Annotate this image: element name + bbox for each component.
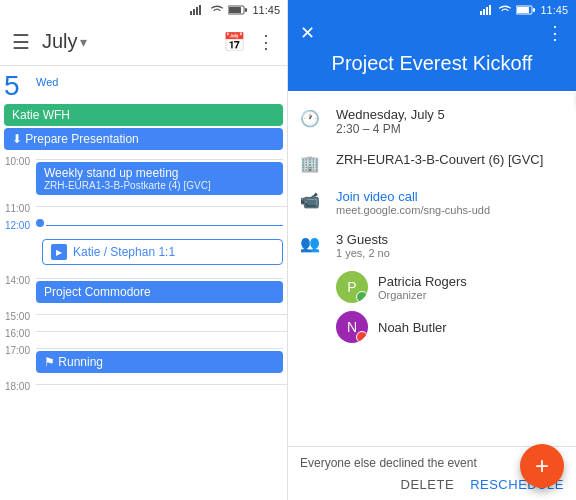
time-label-12: 12:00 [0, 218, 36, 231]
video-call-row: 📹 Join video call meet.google.com/sng-cu… [288, 181, 576, 224]
day-of-week: Wed [36, 76, 58, 88]
guests-content: 3 Guests 1 yes, 2 no [336, 232, 564, 259]
patricia-status-badge [356, 291, 368, 303]
noah-name: Noah Butler [378, 320, 447, 335]
overflow-menu-icon[interactable]: ⋮ [257, 31, 275, 53]
time-label-18: 18:00 [0, 379, 36, 392]
event-date: Wednesday, July 5 [336, 107, 564, 122]
svg-rect-6 [245, 8, 247, 12]
time-label-11: 11:00 [0, 201, 36, 214]
patricia-info: Patricia Rogers Organizer [378, 274, 467, 301]
video-call-content: Join video call meet.google.com/sng-cuhs… [336, 189, 564, 216]
noah-status-badge [356, 331, 368, 343]
patricia-role: Organizer [378, 289, 467, 301]
event-katie-stephan-container: ▶ Katie / Stephan 1:1 [0, 235, 287, 269]
right-panel: 11:45 ✕ ⋮ Project Everest Kickoff ✎ 🕐 We… [288, 0, 576, 500]
svg-rect-2 [196, 7, 198, 15]
date-time-row: 🕐 Wednesday, July 5 2:30 – 4 PM [288, 99, 576, 144]
guest-noah-row: N Noah Butler [288, 307, 576, 347]
join-video-label[interactable]: Join video call [336, 189, 564, 204]
video-call-url: meet.google.com/sng-cuhs-udd [336, 204, 564, 216]
location-content: ZRH-EURA1-3-B-Couvert (6) [GVC] [336, 152, 564, 167]
svg-rect-8 [483, 9, 485, 15]
event-subtitle: ZRH-EURA1-3-B-Postkarte (4) [GVC] [44, 180, 275, 191]
noah-info: Noah Butler [378, 320, 447, 335]
svg-rect-3 [199, 5, 201, 15]
header-actions: 📅 ⋮ [223, 31, 275, 53]
time-row-18: 18:00 [0, 379, 287, 392]
event-title: Running [58, 355, 103, 369]
svg-rect-10 [489, 5, 491, 15]
flag-icon: ⚑ [44, 355, 58, 369]
time-label-15: 15:00 [0, 309, 36, 322]
month-label: July [42, 30, 78, 53]
event-title: Katie / Stephan 1:1 [73, 245, 175, 259]
time-row-14: 14:00 Project Commodore [0, 273, 287, 305]
meet-icon: ▶ [51, 244, 67, 260]
right-status-bar: 11:45 [288, 0, 576, 20]
event-prepare-presentation[interactable]: ⬇ Prepare Presentation [4, 128, 283, 150]
right-time: 11:45 [540, 4, 568, 16]
clock-icon: 🕐 [300, 109, 320, 128]
guest-patricia-row: P Patricia Rogers Organizer [288, 267, 576, 307]
delete-button[interactable]: Delete [401, 477, 455, 492]
time-label-14: 14:00 [0, 273, 36, 286]
event-weekly-standup[interactable]: Weekly stand up meeting ZRH-EURA1-3-B-Po… [36, 162, 283, 195]
left-status-bar: 11:45 [0, 0, 288, 20]
svg-rect-5 [229, 7, 241, 13]
svg-rect-12 [517, 7, 529, 13]
month-title-area[interactable]: July ▾ [42, 30, 87, 53]
location-row: 🏢 ZRH-EURA1-3-B-Couvert (6) [GVC] [288, 144, 576, 181]
event-title: Prepare Presentation [25, 132, 138, 146]
event-project-commodore[interactable]: Project Commodore [36, 281, 283, 303]
event-detail-title: Project Everest Kickoff [300, 44, 564, 83]
svg-rect-1 [193, 9, 195, 15]
time-label-17: 17:00 [0, 343, 36, 356]
time-row-11: 11:00 [0, 201, 287, 214]
down-arrow-icon: ⬇ [12, 132, 25, 146]
svg-rect-13 [533, 8, 535, 12]
guests-count: 3 Guests [336, 232, 564, 247]
patricia-name: Patricia Rogers [378, 274, 467, 289]
location-text: ZRH-EURA1-3-B-Couvert (6) [GVC] [336, 152, 543, 167]
event-time: 2:30 – 4 PM [336, 122, 564, 136]
calendar-icon[interactable]: 📅 [223, 31, 245, 53]
event-katie-wfh[interactable]: Katie WFH [4, 104, 283, 126]
close-icon[interactable]: ✕ [300, 22, 315, 44]
events-scroll-area: Katie WFH ⬇ Prepare Presentation 10:00 W… [0, 102, 287, 482]
left-header: ☰ July ▾ 📅 ⋮ [0, 18, 287, 66]
time-row-16: 16:00 [0, 326, 287, 339]
date-time-content: Wednesday, July 5 2:30 – 4 PM [336, 107, 564, 136]
avatar-patricia: P [336, 271, 368, 303]
left-time: 11:45 [252, 4, 280, 16]
time-label-16: 16:00 [0, 326, 36, 339]
event-title: Project Commodore [44, 285, 151, 299]
svg-rect-0 [190, 11, 192, 15]
event-title: Katie WFH [12, 108, 70, 122]
day-number: 5 [4, 72, 34, 100]
guests-rsvp: 1 yes, 2 no [336, 247, 564, 259]
event-details-body: 🕐 Wednesday, July 5 2:30 – 4 PM 🏢 ZRH-EU… [288, 91, 576, 446]
video-icon: 📹 [300, 191, 320, 210]
hamburger-icon[interactable]: ☰ [12, 30, 30, 54]
guests-row: 👥 3 Guests 1 yes, 2 no [288, 224, 576, 267]
left-panel: 11:45 ☰ July ▾ 📅 ⋮ 5 Wed Katie WFH ⬇ Pre… [0, 0, 288, 500]
time-row-12: 12:00 [0, 218, 287, 231]
all-day-events: Katie WFH ⬇ Prepare Presentation [0, 104, 287, 150]
right-header-top: ✕ ⋮ [300, 22, 564, 44]
building-icon: 🏢 [300, 154, 320, 173]
right-overflow-icon[interactable]: ⋮ [546, 22, 564, 44]
event-katie-stephan[interactable]: ▶ Katie / Stephan 1:1 [42, 239, 283, 265]
day-header: 5 Wed [0, 66, 287, 102]
guests-icon: 👥 [300, 234, 320, 253]
event-running[interactable]: ⚑ Running [36, 351, 283, 373]
svg-rect-9 [486, 7, 488, 15]
svg-rect-7 [480, 11, 482, 15]
avatar-noah: N [336, 311, 368, 343]
time-row-15: 15:00 [0, 309, 287, 322]
dismiss-text: Everyone else declined the event [300, 456, 477, 470]
time-label-10: 10:00 [0, 154, 36, 167]
month-chevron-icon: ▾ [80, 34, 87, 50]
event-title: Weekly stand up meeting [44, 166, 275, 180]
time-row-17: 17:00 ⚑ Running [0, 343, 287, 375]
